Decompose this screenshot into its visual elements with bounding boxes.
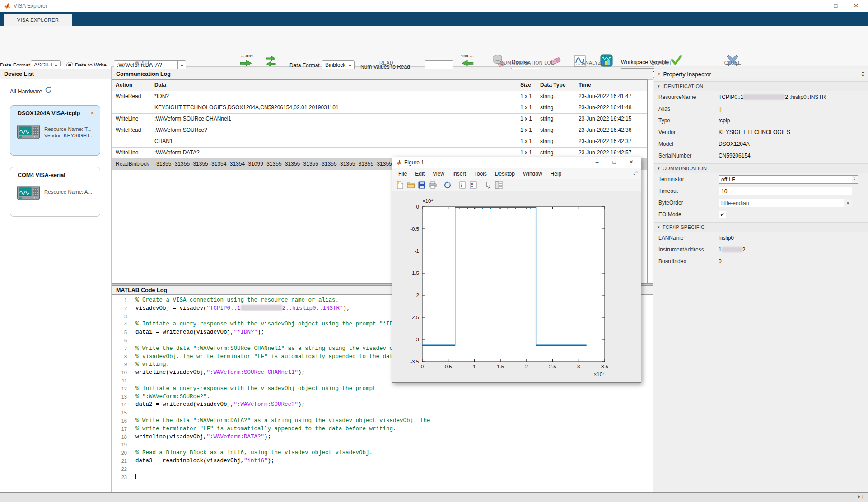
section-header[interactable]: ▾IDENTIFICATION <box>654 81 868 91</box>
property-row-eoimode: EOIMode✓ <box>654 209 868 220</box>
device-card-com4[interactable]: COM4 VISA-serial Resource Name: A... <box>10 167 100 217</box>
menu-window[interactable]: Window <box>519 171 546 177</box>
device-list-header: Device List <box>0 69 111 79</box>
property-label: BoardIndex <box>654 258 719 265</box>
menu-view[interactable]: View <box>429 171 448 177</box>
property-label: EOIMode <box>654 211 719 218</box>
device-close-icon[interactable]: ✕ <box>89 109 96 117</box>
cell-action: ReadBinblock <box>112 159 151 170</box>
byteorder-dropdown[interactable]: little-endian▾ <box>719 199 852 207</box>
line-number: 11 <box>112 377 131 385</box>
property-label: Model <box>654 141 719 147</box>
line-number: 4 <box>112 321 131 329</box>
horizontal-scrollbar[interactable]: ▶❘ <box>0 492 868 502</box>
cell-data: *IDN? <box>151 91 517 102</box>
visa-explorer-window: VISA Explorer – □ ✕ VISA EXPLORER Data F… <box>0 0 868 502</box>
plot-browser-icon[interactable] <box>495 181 504 190</box>
section-header[interactable]: ▾COMMUNICATION <box>654 163 868 173</box>
property-value: 0 <box>719 258 868 265</box>
code-line: 13% ":WAVeform:SOURce?". <box>112 393 653 401</box>
terminator-options-button[interactable]: ⋮ <box>852 175 858 184</box>
figure-minimize-button[interactable]: – <box>589 157 605 168</box>
column-data[interactable]: Data <box>151 80 517 91</box>
communication-log-scrollbar[interactable] <box>648 79 653 283</box>
table-row[interactable]: CHAN11 x 1string23-Jun-2022 16:42:37 <box>112 136 647 148</box>
menu-file[interactable]: File <box>394 171 411 177</box>
edit-plot-pointer-icon[interactable] <box>484 181 493 190</box>
cell-type: string <box>537 114 575 125</box>
svg-text:-1: -1 <box>415 248 419 254</box>
save-icon[interactable] <box>417 181 426 190</box>
figure-window[interactable]: Figure 1 – □ ✕ FileEditViewInsertToolsDe… <box>392 157 641 383</box>
figure-titlebar[interactable]: Figure 1 – □ ✕ <box>392 157 641 169</box>
column-action[interactable]: Action <box>112 80 151 91</box>
column-data-type[interactable]: Data Type <box>537 80 575 91</box>
collapse-arrow-icon[interactable]: ▾ <box>658 72 660 76</box>
oscilloscope-icon <box>17 186 40 202</box>
svg-text:-3: -3 <box>415 337 419 342</box>
section-collapse-icon: ▾ <box>658 84 660 88</box>
print-icon[interactable] <box>428 181 437 190</box>
column-size[interactable]: Size <box>517 80 537 91</box>
table-row[interactable]: WriteRead*IDN?1 x 1string23-Jun-2022 16:… <box>112 91 647 102</box>
figure-canvas[interactable]: 00.511.522.533.50-0.5-1-1.5-2-2.5-3-3.5×… <box>392 191 641 382</box>
table-row[interactable]: WriteRead:WAVeform:SOURce?1 x 1string23-… <box>112 125 647 136</box>
figure-close-button[interactable]: ✕ <box>624 157 639 168</box>
scroll-right-icon[interactable]: ▶❘ <box>858 494 864 499</box>
cell-type: string <box>537 125 575 136</box>
table-row[interactable]: WriteLine:WAVeform:SOURce CHANnel11 x 1s… <box>112 114 647 125</box>
line-number: 3 <box>112 313 131 321</box>
insert-colorbar-icon[interactable] <box>458 181 467 190</box>
toolbar-separator <box>455 181 455 189</box>
property-label: ByteOrder <box>654 200 719 206</box>
line-number: 16 <box>112 417 131 425</box>
link-plot-icon[interactable] <box>443 181 452 190</box>
commlog-group-label: COMMUNICATION LOG <box>487 60 568 65</box>
svg-text:-2: -2 <box>415 293 419 298</box>
device-card-dsox1204a[interactable]: DSOX1204A VISA-tcpip ✕ Resource Name: T.… <box>10 105 100 156</box>
table-row[interactable]: KEYSIGHT TECHNOLOGIES,DSOX1204A,CN592061… <box>112 102 647 114</box>
new-figure-icon[interactable] <box>396 181 405 190</box>
redacted-text <box>241 305 282 311</box>
cell-size: 1 x 1 <box>517 91 537 102</box>
section-header[interactable]: ▾TCP/IP SPECIFIC <box>654 222 868 232</box>
property-label: Alias <box>654 106 719 112</box>
window-title: VISA Explorer <box>14 3 47 9</box>
line-number: 19 <box>112 441 131 449</box>
terminator-input[interactable]: off,LF <box>719 175 852 184</box>
dock-figure-icon[interactable]: ⤢ <box>633 170 637 176</box>
figure-maximize-button[interactable]: □ <box>607 157 622 168</box>
cell-action: WriteLine <box>112 114 151 125</box>
property-row-boardindex: BoardIndex0 <box>654 256 868 267</box>
eoimode-checkbox[interactable]: ✓ <box>719 211 726 218</box>
menu-tools[interactable]: Tools <box>470 171 491 177</box>
timeout-input[interactable]: 10 <box>719 187 852 195</box>
close-button[interactable]: ✕ <box>846 0 866 12</box>
open-file-icon[interactable] <box>406 181 415 190</box>
property-inspector-header[interactable]: ▾ Property Inspector ▴ <box>654 69 868 79</box>
menu-edit[interactable]: Edit <box>411 171 429 177</box>
maximize-button[interactable]: □ <box>826 0 846 12</box>
code-line: 16% Write the data ":WAVeform:DATA?" as … <box>112 417 653 425</box>
property-value: ✓ <box>719 211 868 218</box>
menu-insert[interactable]: Insert <box>448 171 470 177</box>
menu-desktop[interactable]: Desktop <box>491 171 519 177</box>
property-row-type: Typetcpip <box>654 115 868 126</box>
insert-legend-icon[interactable] <box>469 181 478 190</box>
svg-text:-2.5: -2.5 <box>410 315 419 320</box>
svg-text:-3.5: -3.5 <box>410 359 419 364</box>
refresh-icon[interactable] <box>44 86 52 96</box>
minimize-button[interactable]: – <box>805 0 826 12</box>
cell-size: 1 x 1 <box>517 125 537 136</box>
column-time[interactable]: Time <box>575 80 647 91</box>
section-collapse-icon: ▾ <box>658 166 660 171</box>
menu-help[interactable]: Help <box>546 171 566 177</box>
redacted-text <box>743 94 785 100</box>
tab-visa-explorer[interactable]: VISA EXPLORER <box>4 14 72 26</box>
device-vendor: Vendor: KEYSIGHT... <box>44 133 93 138</box>
close-group-label: CLOSE <box>705 60 761 65</box>
property-row-lanname: LANNamehislip0 <box>654 232 868 244</box>
property-row-byteorder: ByteOrderlittle-endian▾ <box>654 197 868 209</box>
cell-time: 23-Jun-2022 16:41:48 <box>575 102 647 113</box>
collapse-ribbon-button[interactable]: ▴ <box>862 72 864 76</box>
